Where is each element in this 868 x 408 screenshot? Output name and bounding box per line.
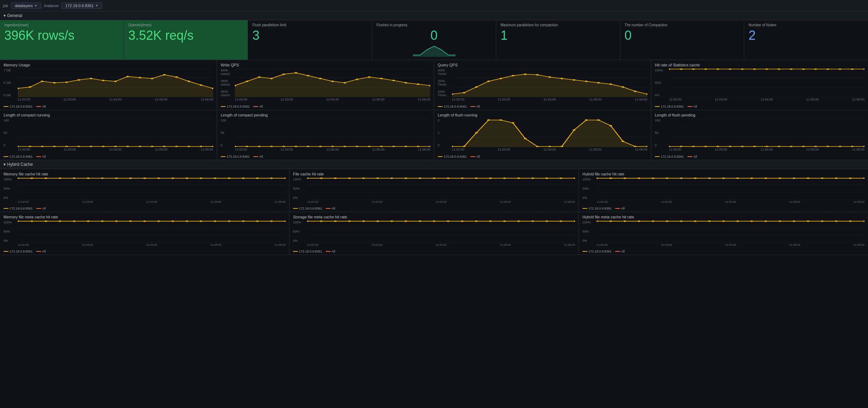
stat-card-0: Ingestion(rows)396K rows/s: [0, 20, 124, 60]
svg-point-289: [531, 221, 534, 222]
svg-point-181: [73, 178, 76, 179]
yaxis-label: 50%: [655, 81, 668, 85]
legend-text: 172.18.0.6:8361: [444, 105, 467, 108]
chart-legend: 172.18.0.6:8361All: [582, 250, 864, 253]
stat-value-0: 396K rows/s: [4, 28, 120, 43]
xaxis-label: 11:03:00: [715, 98, 727, 101]
svg-point-225: [597, 178, 598, 179]
svg-point-157: [680, 146, 682, 147]
svg-point-287: [503, 221, 506, 222]
svg-point-107: [200, 146, 202, 147]
svg-point-277: [362, 221, 365, 222]
svg-point-274: [320, 221, 323, 222]
svg-point-139: [499, 119, 502, 121]
job-selector[interactable]: datalayers ▼: [11, 2, 42, 9]
svg-point-10: [65, 81, 68, 83]
xaxis-label: 11:06:00: [853, 200, 864, 206]
svg-point-306: [722, 221, 725, 222]
hybird-panel-memory-file-meta-cache-hit-rate: Memory file meta cache hit rate100%50%0%…: [0, 212, 289, 255]
svg-point-288: [517, 221, 520, 222]
yaxis-label: 400K rows/s: [221, 69, 234, 76]
chart-panel-write-qps: Write QPS400K rows/s380K rows/s360K rows…: [217, 60, 434, 110]
svg-point-105: [175, 146, 178, 147]
hybird-chart-title: Storage file meta cache hit rate: [293, 215, 575, 219]
svg-point-196: [284, 178, 286, 179]
svg-point-213: [475, 178, 478, 179]
svg-point-236: [750, 178, 753, 179]
svg-point-83: [814, 69, 817, 70]
stat-card-5: The number of Compaction0: [620, 20, 745, 60]
svg-point-97: [78, 146, 80, 147]
xaxis-label: 11:02:00: [18, 200, 29, 206]
svg-point-20: [187, 81, 190, 82]
svg-point-63: [609, 83, 612, 85]
svg-point-128: [417, 146, 419, 147]
svg-point-188: [171, 178, 174, 179]
svg-point-187: [157, 178, 160, 179]
yaxis-label: 0%: [582, 196, 596, 200]
svg-point-304: [694, 221, 697, 222]
yaxis-label: 50%: [293, 187, 306, 190]
legend-text: All: [42, 105, 46, 108]
charts-row-1: Memory Usage7 GB6 GB5 GB11:02:0011:03:00…: [0, 60, 868, 110]
stat-title-5: The number of Compaction: [625, 23, 740, 27]
xaxis-label: 11:03:00: [63, 98, 76, 101]
svg-point-104: [163, 146, 166, 147]
svg-point-114: [246, 146, 248, 147]
chevron-down-icon: ▼: [34, 4, 37, 7]
xaxis-label: 11:04:00: [761, 148, 773, 151]
svg-point-313: [821, 221, 824, 222]
instance-value: 172.18.0.6:8361: [65, 4, 94, 8]
xaxis-label: 11:04:00: [725, 243, 736, 249]
svg-point-36: [331, 81, 334, 82]
xaxis-label: 11:02:00: [452, 148, 464, 151]
instance-selector[interactable]: 172.18.0.6:8361 ▼: [61, 2, 102, 9]
svg-point-189: [186, 178, 188, 179]
svg-point-191: [214, 178, 217, 179]
xaxis-label: 11:02:00: [235, 148, 247, 151]
hybird-panel-hybrid-file-cache-hit-rate: Hybrid file cache hit rate100%50%0%11:02…: [579, 169, 868, 212]
svg-point-84: [826, 69, 829, 70]
svg-point-180: [59, 178, 61, 179]
svg-point-40: [380, 78, 383, 79]
svg-point-163: [753, 146, 756, 147]
xaxis-label: 11:04:00: [109, 98, 122, 101]
xaxis-label: 11:02:00: [18, 98, 30, 101]
xaxis-label: 11:04:00: [725, 200, 736, 206]
svg-point-127: [404, 146, 407, 147]
svg-point-244: [863, 178, 864, 179]
yaxis-label: 100%: [655, 69, 668, 72]
svg-point-54: [499, 78, 502, 79]
svg-point-211: [447, 178, 450, 179]
svg-point-93: [29, 146, 31, 147]
chart-title: Hit rate of Statistics cache: [655, 63, 864, 67]
svg-point-311: [793, 221, 796, 222]
svg-point-201: [307, 178, 309, 179]
svg-point-18: [163, 74, 166, 75]
xaxis-label: 11:04:00: [436, 243, 447, 249]
xaxis-label: 11:03:00: [498, 98, 510, 101]
yaxis-label: 360K rows/s: [221, 90, 234, 97]
collapse-icon-2[interactable]: ▾: [4, 162, 6, 167]
svg-point-183: [101, 178, 104, 179]
chart-legend: 172.18.0.6:8361All: [438, 155, 647, 158]
xaxis-label: 11:04:00: [543, 98, 556, 101]
legend-text: 172.18.0.6:8361: [299, 250, 322, 253]
xaxis-label: 11:04:00: [326, 148, 339, 151]
xaxis-label: 11:06:00: [564, 200, 575, 206]
svg-point-129: [429, 146, 430, 147]
svg-point-300: [637, 221, 640, 222]
svg-point-209: [419, 178, 421, 179]
svg-point-260: [171, 221, 174, 222]
svg-point-258: [143, 221, 146, 222]
collapse-icon[interactable]: ▾: [4, 13, 6, 18]
general-label: General: [7, 13, 22, 18]
stat-title-4: Maximum parallelism for compaction: [501, 23, 616, 27]
xaxis-label: 11:06:00: [852, 98, 864, 101]
yaxis-label: 50%: [293, 230, 306, 233]
xaxis-label: 11:03:00: [498, 148, 510, 151]
xaxis-label: 11:06:00: [275, 200, 286, 206]
svg-point-161: [729, 146, 731, 147]
svg-marker-27: [235, 73, 430, 97]
xaxis-label: 11:05:00: [155, 98, 167, 101]
